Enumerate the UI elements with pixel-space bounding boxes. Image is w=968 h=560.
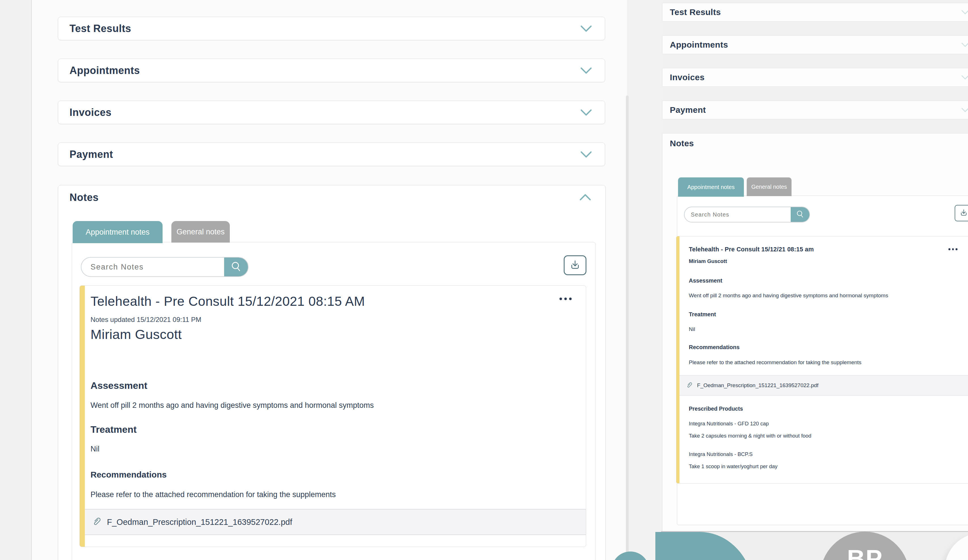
accordion-label: Test Results: [70, 23, 131, 35]
download-icon: [960, 208, 968, 218]
notes-panel-small: Notes Appointment notes General notes: [662, 133, 968, 532]
note-updated-timestamp: Notes updated 15/12/2021 09:11 PM: [91, 316, 201, 324]
chevron-down-icon: [961, 43, 968, 47]
accordion-label: Test Results: [670, 7, 721, 17]
section-body-recommendations: Please refer to the attached recommendat…: [689, 359, 861, 365]
note-card: Telehealth - Pre Consult 15/12/2021 08:1…: [80, 286, 586, 547]
tab-appointment-notes[interactable]: Appointment notes: [678, 177, 744, 197]
download-icon: [569, 259, 581, 271]
search-notes-field[interactable]: [81, 257, 249, 277]
accordion-label: Invoices: [670, 73, 704, 82]
note-title: Telehealth - Pre Consult 15/12/2021 08:1…: [91, 294, 365, 309]
vertical-scrollbar[interactable]: [626, 96, 629, 560]
notes-section-title: Notes: [70, 192, 99, 203]
search-notes-field[interactable]: [684, 206, 810, 223]
section-body-assessment: Went off pill 2 months ago and having di…: [689, 292, 888, 299]
search-input[interactable]: [685, 207, 791, 222]
tab-label: General notes: [751, 183, 787, 190]
notes-section-title: Notes: [670, 139, 694, 148]
download-notes-button[interactable]: [564, 255, 587, 275]
accordion-label: Payment: [670, 105, 706, 115]
section-body-treatment: Nil: [689, 326, 695, 332]
tab-label: Appointment notes: [86, 228, 149, 237]
chevron-down-icon: [961, 10, 968, 15]
section-heading-assessment: Assessment: [91, 380, 147, 391]
note-card: Telehealth - Pre Consult 15/12/21 08:15 …: [676, 236, 968, 484]
tab-appointment-notes[interactable]: Appointment notes: [73, 221, 162, 243]
tab-label: Appointment notes: [688, 184, 735, 190]
chevron-down-icon[interactable]: [580, 67, 592, 74]
section-body-recommendations: Please refer to the attached recommendat…: [91, 490, 336, 499]
accordion-appointments[interactable]: Appointments: [58, 59, 605, 82]
note-accent-bar: [676, 236, 680, 483]
left-gutter: [0, 0, 32, 560]
attachment-row[interactable]: F_Oedman_Prescription_151221_1639527022.…: [680, 375, 968, 396]
section-body-treatment: Nil: [91, 444, 99, 453]
chevron-down-icon[interactable]: [580, 25, 592, 32]
accordion-test-results-small[interactable]: Test Results: [662, 3, 968, 21]
section-heading-treatment: Treatment: [689, 311, 716, 318]
chevron-down-icon[interactable]: [580, 109, 592, 116]
search-button[interactable]: [224, 258, 248, 276]
note-menu-button[interactable]: [559, 297, 572, 300]
bp-avatar-label: BP: [847, 544, 883, 560]
accordion-label: Appointments: [70, 64, 140, 76]
accordion-payment[interactable]: Payment: [58, 142, 605, 166]
notes-list-container: Telehealth - Pre Consult 15/12/2021 08:1…: [72, 242, 595, 560]
accordion-invoices[interactable]: Invoices: [58, 101, 605, 124]
accordion-label: Payment: [70, 149, 113, 160]
search-icon: [230, 261, 242, 273]
section-heading-assessment: Assessment: [689, 278, 722, 284]
chevron-down-icon: [961, 75, 968, 79]
note-menu-button[interactable]: [948, 248, 958, 250]
note-patient-name: Miriam Guscott: [91, 327, 182, 342]
accordion-label: Invoices: [70, 107, 111, 119]
chevron-down-icon: [961, 108, 968, 112]
note-title: Telehealth - Pre Consult 15/12/21 08:15 …: [689, 246, 814, 253]
section-heading-treatment: Treatment: [91, 424, 137, 435]
attachment-row[interactable]: F_Oedman_Prescription_151221_1639527022.…: [85, 509, 586, 535]
attachment-filename[interactable]: F_Oedman_Prescription_151221_1639527022.…: [697, 382, 819, 388]
accordion-invoices-small[interactable]: Invoices: [662, 68, 968, 87]
note-patient-name: Miriam Guscott: [689, 258, 727, 264]
chevron-down-icon[interactable]: [580, 151, 592, 158]
tab-general-notes[interactable]: General notes: [747, 177, 792, 196]
tab-general-notes[interactable]: General notes: [171, 221, 230, 243]
download-notes-button[interactable]: [955, 205, 968, 221]
section-heading-recommendations: Recommendations: [91, 470, 167, 479]
section-heading-recommendations: Recommendations: [689, 344, 739, 350]
search-icon: [796, 210, 804, 219]
search-button[interactable]: [791, 207, 809, 222]
paperclip-icon: [92, 517, 101, 527]
section-body-assessment: Went off pill 2 months ago and having di…: [91, 401, 374, 410]
prescribed-product-directions: Take 1 scoop in water/yoghurt per day: [689, 463, 777, 469]
accordion-test-results[interactable]: Test Results: [58, 17, 605, 40]
accordion-payment-small[interactable]: Payment: [662, 101, 968, 119]
prescribed-products-heading: Prescribed Products: [689, 406, 743, 412]
search-input[interactable]: [81, 258, 224, 276]
prescribed-product-directions: Take 2 capsules morning & night with or …: [689, 433, 811, 439]
notes-panel: Notes Appointment notes General notes: [58, 185, 606, 560]
prescribed-product-name: Integra Nutritionals - GFD 120 cap: [689, 421, 769, 427]
chevron-up-icon[interactable]: [579, 194, 592, 201]
paperclip-icon: [686, 382, 693, 389]
accordion-appointments-small[interactable]: Appointments: [662, 35, 968, 54]
note-accent-bar: [80, 286, 85, 547]
attachment-filename[interactable]: F_Oedman_Prescription_151221_1639527022.…: [107, 517, 292, 527]
notes-list-container: Telehealth - Pre Consult 15/12/21 08:15 …: [677, 195, 968, 525]
accordion-label: Appointments: [670, 40, 728, 50]
prescribed-product-name: Integra Nutritionals - BCP.S: [689, 451, 753, 458]
tab-label: General notes: [176, 228, 225, 236]
